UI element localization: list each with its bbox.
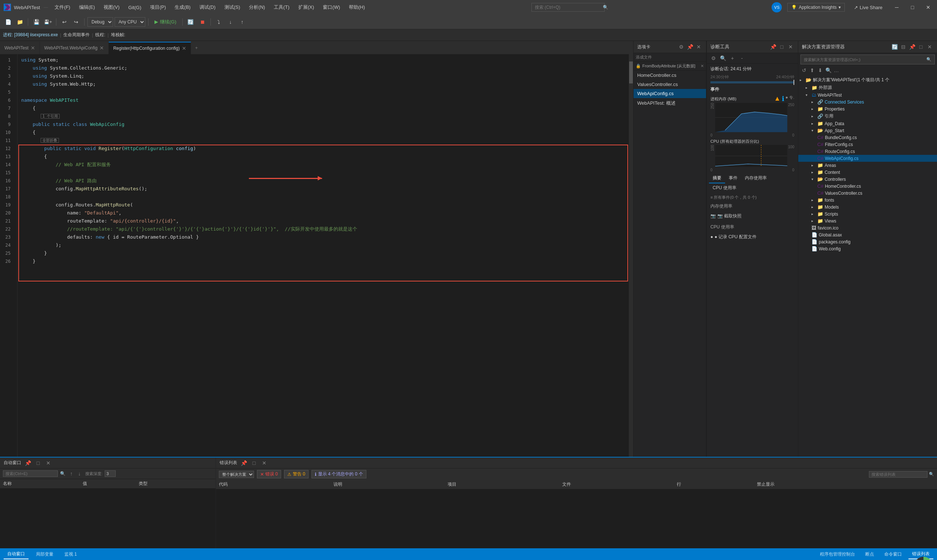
bottom-tab-watch[interactable]: 监视 1: [61, 550, 80, 559]
menu-edit[interactable]: 编辑(E): [76, 3, 98, 12]
solution-toolbar-btn-2[interactable]: ⬆: [809, 67, 816, 74]
solution-toolbar-btn-5[interactable]: …: [833, 67, 840, 74]
solution-root-item[interactable]: ▸ 📂 解决方案'WebAPITest'(1 个项目/共 1 个: [798, 76, 937, 84]
solution-sync-btn[interactable]: 🔄: [891, 43, 898, 51]
areas-item[interactable]: ▸ 📁 Areas: [798, 162, 937, 169]
menu-git[interactable]: Git(G): [126, 3, 144, 12]
tab-register[interactable]: Register(HttpConfiguration config) ✕: [109, 42, 191, 54]
diag-tab-summary[interactable]: 摘要: [709, 174, 725, 183]
tab-close-active-icon[interactable]: ✕: [182, 45, 186, 51]
redo-btn[interactable]: ↪: [71, 17, 81, 27]
diag-max-btn[interactable]: □: [778, 43, 785, 51]
scrollbar-thumb-v[interactable]: [629, 62, 633, 83]
solution-toolbar-btn-3[interactable]: ⬇: [817, 67, 824, 74]
stop-btn[interactable]: ⏹: [197, 17, 208, 27]
minimize-button[interactable]: ─: [892, 2, 902, 12]
file-panel-close-btn[interactable]: ✕: [695, 43, 702, 51]
close-button[interactable]: ✕: [923, 2, 933, 12]
packages-config-item[interactable]: 📄 packages.config: [798, 238, 937, 245]
external-sources-item[interactable]: ▸ 📁 外部源: [798, 84, 937, 91]
views-item[interactable]: ▸ 📁 Views: [798, 217, 937, 225]
auto-up-btn[interactable]: ↑: [68, 470, 75, 477]
solution-max-btn[interactable]: □: [917, 43, 925, 51]
scripts-item[interactable]: ▸ 📁 Scripts: [798, 211, 937, 217]
file-item-webapiconfig[interactable]: WebApiConfig.cs: [634, 89, 706, 98]
memory-info-icon[interactable]: ℹ: [782, 95, 785, 103]
menu-file[interactable]: 文件(F): [52, 3, 73, 12]
step-over-btn[interactable]: ⤵: [214, 17, 224, 27]
step-into-btn[interactable]: ↓: [225, 17, 236, 27]
controllers-item[interactable]: ▾ 📂 Controllers: [798, 176, 937, 183]
error-max-btn[interactable]: □: [250, 459, 258, 467]
filter-config-item[interactable]: C# FilterConfig.cs: [798, 141, 937, 148]
auto-search-input[interactable]: [3, 470, 58, 477]
tab-webapi-config[interactable]: WebAPITest.WebApiConfig ✕: [40, 42, 109, 54]
bottom-tab-auto[interactable]: 自动窗口: [4, 549, 29, 559]
diag-pin-btn[interactable]: 📌: [769, 43, 777, 51]
memory-warning-icon[interactable]: ▲: [774, 95, 781, 103]
auto-search-btn[interactable]: 🔍: [60, 471, 66, 476]
menu-help[interactable]: 帮助(H): [346, 3, 368, 12]
debug-lifecycle-label[interactable]: 生命周期事件: [63, 32, 90, 38]
project-item[interactable]: ▾ 🗂 WebAPITest: [798, 91, 937, 98]
from-body-close-icon[interactable]: ✕: [700, 64, 704, 68]
open-file-btn[interactable]: 📁: [15, 17, 25, 27]
memory-circle-icon[interactable]: ●: [785, 95, 788, 103]
favicon-item[interactable]: 🖼 favicon.ico: [798, 225, 937, 231]
home-controller-item[interactable]: C# HomeController.cs: [798, 183, 937, 189]
fonts-item[interactable]: ▸ 📁 fonts: [798, 197, 937, 203]
cpu-record-btn[interactable]: ● ● 记录 CPU 配置文件: [711, 232, 794, 242]
file-item-valuescontroller[interactable]: ValuesController.cs: [634, 80, 706, 89]
diag-tab-cpu[interactable]: CPU 使用率: [709, 183, 740, 192]
values-controller-item[interactable]: C# ValuesController.cs: [798, 189, 937, 197]
restart-btn[interactable]: 🔄: [186, 17, 196, 27]
diag-zoom-in-icon[interactable]: +: [729, 55, 736, 62]
auto-pin-btn[interactable]: 📌: [24, 459, 31, 467]
warning-count-btn[interactable]: ⚠ 警告 0: [284, 470, 309, 478]
solution-search-box[interactable]: 🔍: [800, 55, 935, 65]
solution-close-btn[interactable]: ✕: [926, 43, 933, 51]
file-item-overview[interactable]: WebAPITest: 概述: [634, 98, 706, 108]
auto-max-btn[interactable]: □: [34, 459, 42, 467]
editor-scrollbar-v[interactable]: [629, 54, 633, 457]
user-avatar[interactable]: VS: [772, 2, 782, 12]
diag-tab-events[interactable]: 事件: [725, 174, 741, 183]
solution-toolbar-btn-4[interactable]: 🔍: [825, 67, 832, 74]
menu-view[interactable]: 视图(V): [101, 3, 122, 12]
solution-pin-btn[interactable]: 📌: [908, 43, 916, 51]
diag-search-icon[interactable]: 🔍: [719, 55, 726, 62]
menu-debug[interactable]: 调试(D): [197, 3, 218, 12]
undo-btn[interactable]: ↩: [59, 17, 69, 27]
continue-button[interactable]: ▶ 继续(G): [152, 18, 179, 26]
platform-select[interactable]: Any CPU: [115, 17, 145, 27]
global-search-input[interactable]: [531, 3, 605, 12]
tab-add-button[interactable]: +: [191, 42, 202, 54]
file-panel-pin-btn[interactable]: 📌: [686, 43, 694, 51]
tab-webapi-test[interactable]: WebAPITest ✕: [0, 42, 40, 54]
error-close-btn[interactable]: ✕: [261, 459, 268, 467]
maximize-button[interactable]: □: [907, 2, 918, 12]
new-file-btn[interactable]: 📄: [3, 17, 13, 27]
app-start-item[interactable]: ▾ 📂 App_Start: [798, 127, 937, 134]
search-depth-input[interactable]: [105, 470, 115, 477]
diag-tab-memory[interactable]: 内存使用率: [741, 174, 771, 183]
solution-collapse-btn[interactable]: ⊟: [900, 43, 907, 51]
diag-close-btn[interactable]: ✕: [787, 43, 794, 51]
global-asax-item[interactable]: 📄 Global.asax: [798, 231, 937, 238]
application-insights-button[interactable]: 💡 Application Insights ▾: [787, 3, 845, 12]
menu-extensions[interactable]: 扩展(X): [295, 3, 317, 12]
from-body-item[interactable]: 🔒 FromBodyAttribute [从元数据] ✕: [634, 62, 706, 71]
webapi-config-item[interactable]: C# WebApiConfig.cs: [798, 155, 937, 162]
file-panel-config-btn[interactable]: ⚙: [677, 43, 685, 51]
error-scope-select[interactable]: 整个解决方案: [219, 471, 254, 478]
menu-build[interactable]: 生成(B): [172, 3, 193, 12]
solution-search-input[interactable]: [804, 57, 925, 62]
live-share-button[interactable]: ↗ Live Share: [850, 3, 886, 12]
diag-zoom-out-icon[interactable]: -: [738, 55, 746, 62]
bundle-config-item[interactable]: C# BundleConfig.cs: [798, 134, 937, 141]
snapshot-btn[interactable]: 📷 📷 截取快照: [711, 211, 794, 221]
error-search-input[interactable]: [869, 471, 928, 478]
app-data-item[interactable]: ▸ 📁 App_Data: [798, 120, 937, 127]
error-pin-btn[interactable]: 📌: [240, 459, 248, 467]
auto-down-btn[interactable]: ↓: [76, 470, 83, 477]
